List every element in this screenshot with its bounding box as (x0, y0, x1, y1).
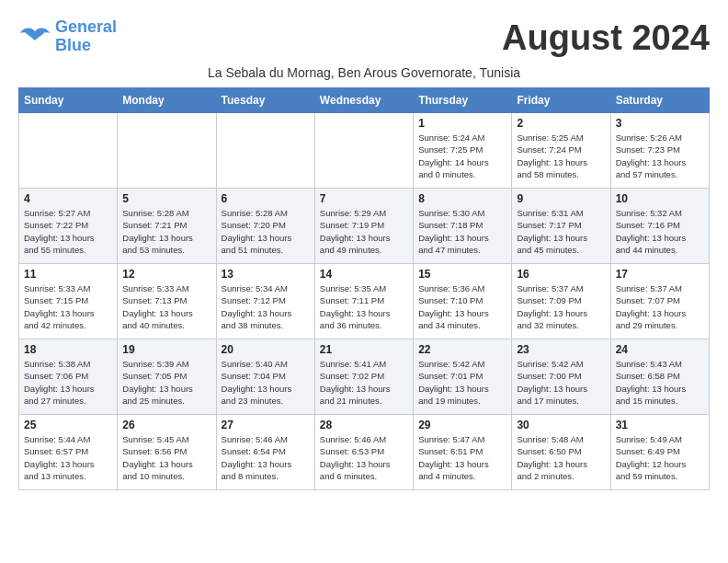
calendar-cell: 1Sunrise: 5:24 AMSunset: 7:25 PMDaylight… (414, 113, 512, 189)
day-info: Sunrise: 5:49 AMSunset: 6:49 PMDaylight:… (616, 433, 704, 482)
day-info: Sunrise: 5:46 AMSunset: 6:54 PMDaylight:… (222, 433, 310, 482)
calendar-cell: 27Sunrise: 5:46 AMSunset: 6:54 PMDayligh… (216, 415, 314, 490)
day-info: Sunrise: 5:34 AMSunset: 7:12 PMDaylight:… (222, 282, 310, 331)
calendar-cell: 19Sunrise: 5:39 AMSunset: 7:05 PMDayligh… (118, 339, 216, 415)
day-number: 11 (24, 268, 112, 281)
day-info: Sunrise: 5:36 AMSunset: 7:10 PMDaylight:… (418, 282, 506, 331)
day-info: Sunrise: 5:45 AMSunset: 6:56 PMDaylight:… (122, 433, 210, 482)
header-thursday: Thursday (414, 88, 512, 113)
header-tuesday: Tuesday (216, 88, 314, 113)
day-number: 27 (222, 419, 310, 431)
day-info: Sunrise: 5:40 AMSunset: 7:04 PMDaylight:… (222, 358, 310, 407)
header-saturday: Saturday (610, 88, 709, 113)
day-info: Sunrise: 5:37 AMSunset: 7:09 PMDaylight:… (517, 282, 605, 331)
day-number: 26 (122, 419, 210, 431)
day-info: Sunrise: 5:35 AMSunset: 7:11 PMDaylight:… (320, 282, 408, 331)
day-info: Sunrise: 5:26 AMSunset: 7:23 PMDaylight:… (616, 132, 704, 180)
header-sunday: Sunday (19, 88, 118, 113)
day-number: 8 (418, 192, 506, 205)
calendar-cell: 11Sunrise: 5:33 AMSunset: 7:15 PMDayligh… (19, 264, 118, 339)
day-number: 7 (320, 192, 408, 205)
calendar-week-1: 1Sunrise: 5:24 AMSunset: 7:25 PMDaylight… (19, 113, 710, 189)
calendar-cell: 4Sunrise: 5:27 AMSunset: 7:22 PMDaylight… (19, 189, 118, 264)
calendar-week-3: 11Sunrise: 5:33 AMSunset: 7:15 PMDayligh… (19, 264, 710, 339)
calendar-cell: 18Sunrise: 5:38 AMSunset: 7:06 PMDayligh… (19, 339, 118, 415)
calendar-cell (19, 113, 118, 189)
day-info: Sunrise: 5:28 AMSunset: 7:20 PMDaylight:… (222, 207, 310, 256)
calendar-week-4: 18Sunrise: 5:38 AMSunset: 7:06 PMDayligh… (19, 339, 710, 415)
day-number: 1 (418, 117, 506, 130)
calendar-cell: 20Sunrise: 5:40 AMSunset: 7:04 PMDayligh… (216, 339, 314, 415)
calendar-cell: 23Sunrise: 5:42 AMSunset: 7:00 PMDayligh… (512, 339, 610, 415)
calendar-header-row: SundayMondayTuesdayWednesdayThursdayFrid… (19, 88, 710, 113)
day-info: Sunrise: 5:48 AMSunset: 6:50 PMDaylight:… (517, 433, 605, 482)
subtitle: La Sebala du Mornag, Ben Arous Governora… (18, 65, 710, 80)
day-info: Sunrise: 5:27 AMSunset: 7:22 PMDaylight:… (24, 207, 112, 256)
day-info: Sunrise: 5:29 AMSunset: 7:19 PMDaylight:… (320, 207, 408, 256)
day-number: 14 (320, 268, 408, 281)
calendar-week-5: 25Sunrise: 5:44 AMSunset: 6:57 PMDayligh… (19, 415, 710, 490)
logo-icon (18, 24, 51, 50)
calendar-cell: 26Sunrise: 5:45 AMSunset: 6:56 PMDayligh… (118, 415, 216, 490)
calendar-cell: 22Sunrise: 5:42 AMSunset: 7:01 PMDayligh… (414, 339, 512, 415)
calendar-cell: 28Sunrise: 5:46 AMSunset: 6:53 PMDayligh… (314, 415, 413, 490)
calendar-cell: 8Sunrise: 5:30 AMSunset: 7:18 PMDaylight… (414, 189, 512, 264)
calendar-cell: 3Sunrise: 5:26 AMSunset: 7:23 PMDaylight… (610, 113, 709, 189)
calendar-cell: 12Sunrise: 5:33 AMSunset: 7:13 PMDayligh… (118, 264, 216, 339)
day-number: 23 (517, 343, 605, 356)
day-number: 22 (418, 343, 506, 356)
calendar-cell: 17Sunrise: 5:37 AMSunset: 7:07 PMDayligh… (610, 264, 709, 339)
calendar-cell: 16Sunrise: 5:37 AMSunset: 7:09 PMDayligh… (512, 264, 610, 339)
day-info: Sunrise: 5:31 AMSunset: 7:17 PMDaylight:… (517, 207, 605, 256)
day-number: 15 (418, 268, 506, 281)
logo-text: General Blue (55, 18, 117, 55)
day-info: Sunrise: 5:32 AMSunset: 7:16 PMDaylight:… (616, 207, 704, 256)
day-info: Sunrise: 5:46 AMSunset: 6:53 PMDaylight:… (320, 433, 408, 482)
day-number: 9 (517, 192, 605, 205)
day-info: Sunrise: 5:33 AMSunset: 7:13 PMDaylight:… (122, 282, 210, 331)
day-number: 21 (320, 343, 408, 356)
day-info: Sunrise: 5:39 AMSunset: 7:05 PMDaylight:… (122, 358, 210, 407)
day-number: 18 (24, 343, 112, 356)
calendar-cell: 21Sunrise: 5:41 AMSunset: 7:02 PMDayligh… (314, 339, 413, 415)
calendar-week-2: 4Sunrise: 5:27 AMSunset: 7:22 PMDaylight… (19, 189, 710, 264)
calendar-cell (118, 113, 216, 189)
calendar-cell (216, 113, 314, 189)
day-info: Sunrise: 5:33 AMSunset: 7:15 PMDaylight:… (24, 282, 112, 331)
calendar-cell: 24Sunrise: 5:43 AMSunset: 6:58 PMDayligh… (610, 339, 709, 415)
calendar-cell: 14Sunrise: 5:35 AMSunset: 7:11 PMDayligh… (314, 264, 413, 339)
day-number: 10 (616, 192, 704, 205)
day-info: Sunrise: 5:44 AMSunset: 6:57 PMDaylight:… (24, 433, 112, 482)
day-info: Sunrise: 5:42 AMSunset: 7:00 PMDaylight:… (517, 358, 605, 407)
calendar-cell: 7Sunrise: 5:29 AMSunset: 7:19 PMDaylight… (314, 189, 413, 264)
calendar-cell: 10Sunrise: 5:32 AMSunset: 7:16 PMDayligh… (610, 189, 709, 264)
day-number: 2 (517, 117, 605, 130)
day-info: Sunrise: 5:25 AMSunset: 7:24 PMDaylight:… (517, 132, 605, 180)
day-number: 3 (616, 117, 704, 130)
day-number: 24 (616, 343, 704, 356)
day-info: Sunrise: 5:24 AMSunset: 7:25 PMDaylight:… (418, 132, 506, 180)
day-info: Sunrise: 5:42 AMSunset: 7:01 PMDaylight:… (418, 358, 506, 407)
day-info: Sunrise: 5:47 AMSunset: 6:51 PMDaylight:… (418, 433, 506, 482)
header-friday: Friday (512, 88, 610, 113)
day-number: 20 (222, 343, 310, 356)
day-number: 13 (222, 268, 310, 281)
calendar-cell: 5Sunrise: 5:28 AMSunset: 7:21 PMDaylight… (118, 189, 216, 264)
calendar-cell: 13Sunrise: 5:34 AMSunset: 7:12 PMDayligh… (216, 264, 314, 339)
calendar-table: SundayMondayTuesdayWednesdayThursdayFrid… (18, 87, 710, 490)
day-info: Sunrise: 5:28 AMSunset: 7:21 PMDaylight:… (122, 207, 210, 256)
day-number: 6 (222, 192, 310, 205)
day-number: 5 (122, 192, 210, 205)
day-info: Sunrise: 5:37 AMSunset: 7:07 PMDaylight:… (616, 282, 704, 331)
day-number: 17 (616, 268, 704, 281)
day-info: Sunrise: 5:38 AMSunset: 7:06 PMDaylight:… (24, 358, 112, 407)
day-number: 31 (616, 419, 704, 431)
calendar-cell: 15Sunrise: 5:36 AMSunset: 7:10 PMDayligh… (414, 264, 512, 339)
logo: General Blue (18, 18, 117, 55)
day-number: 25 (24, 419, 112, 431)
calendar-cell: 9Sunrise: 5:31 AMSunset: 7:17 PMDaylight… (512, 189, 610, 264)
day-number: 4 (24, 192, 112, 205)
day-number: 28 (320, 419, 408, 431)
month-title: August 2024 (502, 18, 710, 58)
header-wednesday: Wednesday (314, 88, 413, 113)
